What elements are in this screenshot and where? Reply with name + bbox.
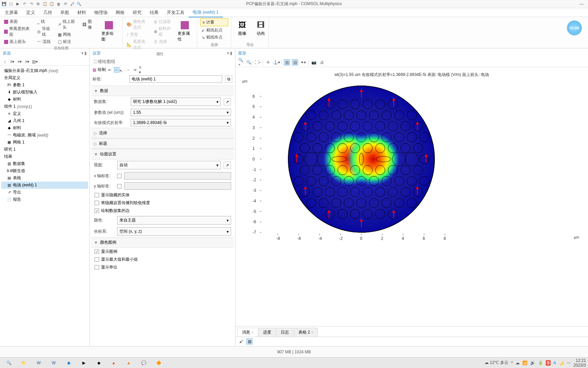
taskbar-wechat[interactable]: 💬	[137, 358, 150, 368]
xlabel-input[interactable]	[124, 172, 231, 180]
bottom-tab[interactable]: 进度	[259, 328, 276, 337]
label-input[interactable]	[129, 75, 222, 83]
edges-check[interactable]	[95, 209, 99, 213]
tree-item[interactable]: 📄报告	[1, 196, 88, 203]
select-item[interactable]: ☰选择	[152, 39, 173, 45]
unit-check[interactable]	[95, 265, 99, 270]
legend-section[interactable]: ▼颜色图例	[91, 237, 234, 248]
ribbon-tab-7[interactable]: 研究	[129, 8, 146, 17]
box-icon[interactable]: ▢	[8, 1, 14, 7]
arrow-prev-icon[interactable]: ←	[114, 67, 119, 73]
refresh-icon[interactable]: ⟳	[63, 1, 68, 7]
tray-speaker-icon[interactable]: 🔊	[530, 361, 535, 365]
annotation-item[interactable]: ▢标注	[56, 39, 79, 45]
view-go-button[interactable]: ↗	[224, 162, 231, 169]
tray-ime-icon[interactable]: S	[546, 360, 551, 366]
tree-item[interactable]: ◢几何 1	[1, 117, 88, 124]
xlabel-check[interactable]	[117, 174, 121, 178]
zoom-in-icon[interactable]: 🔍+	[238, 59, 244, 65]
propagate-check[interactable]	[95, 201, 99, 205]
zoom-icon[interactable]: 🔍	[76, 1, 82, 7]
surface-arrow-item[interactable]: 面上箭头	[3, 39, 34, 45]
param-select[interactable]: 1.55▾	[131, 109, 231, 116]
tree-item[interactable]: Pi参数 1	[1, 81, 88, 89]
title-section[interactable]: ▷标题	[91, 138, 234, 149]
label-go-button[interactable]: ⧉	[225, 75, 232, 83]
camera-icon[interactable]: 📷	[311, 59, 317, 65]
data-section[interactable]: ▼数据	[91, 86, 234, 96]
ylabel-check[interactable]	[117, 184, 121, 188]
arrow-last-icon[interactable]: ⇥	[132, 67, 137, 73]
colorexpr-item[interactable]: 🎨颜色表达式	[125, 18, 150, 31]
clock[interactable]: 12:21 2023/3	[573, 358, 586, 368]
plot-area[interactable]: wl(3)=1.55 um 有效模式折射率=1.3699-2.8934E-5i …	[235, 67, 588, 326]
tray-moon-icon[interactable]: 🌙	[559, 361, 564, 365]
line-arrow-item[interactable]: ↗线上箭头	[56, 18, 79, 31]
cutline-start-item[interactable]: ↙截线起点	[200, 27, 228, 33]
tree-item[interactable]: ◆材料	[1, 96, 88, 103]
taskbar-matlab[interactable]: ▲	[122, 358, 135, 368]
zoom-out-icon[interactable]: 🔍-	[246, 59, 252, 65]
ribbon-tab-2[interactable]: 几何	[39, 8, 56, 17]
line-style-icon[interactable]: ≡ ▾	[139, 67, 144, 73]
more-plots-button[interactable]: 更多绘图	[99, 18, 119, 45]
arrow-next-icon[interactable]: →	[125, 67, 131, 73]
filter-icon[interactable]: ≡▾	[24, 59, 30, 64]
filter-item[interactable]: ⊞过滤器	[152, 18, 173, 25]
neff-select[interactable]: 1.3699-2.8934E-5i▾	[131, 119, 231, 126]
tree-item[interactable]: ◆材料	[1, 124, 88, 132]
color-select[interactable]: 来自主题▾	[117, 216, 231, 225]
ribbon-tab-5[interactable]: 物理场	[90, 8, 112, 17]
ribbon-tab-3[interactable]: 草图	[56, 8, 73, 17]
weather-widget[interactable]: ☁ 12°C 多云	[485, 360, 508, 366]
crosshair-icon[interactable]: ✛	[265, 59, 271, 65]
ribbon-tab-9[interactable]: 开发工具	[163, 8, 189, 17]
tree-item[interactable]: 组件 1 (comp1)	[1, 103, 88, 110]
tree-item[interactable]: ⬇默认模型输入	[1, 89, 88, 96]
tree-item[interactable]: ▤表格	[1, 174, 88, 182]
plot-button[interactable]: 绘制	[98, 67, 106, 73]
plot-icon[interactable]: ▦	[93, 67, 96, 72]
view2-icon[interactable]: ▤	[292, 59, 298, 65]
expand-icon[interactable]: ≡▾	[10, 59, 15, 64]
tree-root[interactable]: 偏振分束器-石文娟.mph (root)	[1, 67, 88, 74]
model-tree[interactable]: 偏振分束器-石文娟.mph (root) 全局定义Pi参数 1⬇默认模型输入◆材…	[0, 66, 89, 346]
cutline-end-item[interactable]: ↘截线终点	[200, 34, 228, 41]
tray-wifi-icon[interactable]: 📶	[522, 361, 527, 365]
collapse-icon[interactable]: ≡▾	[17, 59, 22, 64]
ribbon-tab-1[interactable]: 定义	[22, 8, 39, 17]
arrow-first-icon[interactable]: ⇤	[107, 67, 113, 73]
table-icon[interactable]: ▦	[246, 338, 252, 344]
view1-icon[interactable]: ▥	[284, 59, 290, 65]
dataset-go-button[interactable]: ↗	[224, 98, 231, 106]
ribbon-tab-0[interactable]: 主屏幕	[1, 8, 22, 17]
coord-select[interactable]: 空间 (x, y, z)▾	[117, 227, 231, 236]
taskbar-word[interactable]: W	[32, 358, 46, 368]
bottom-tab[interactable]: 表格 2 ×	[294, 328, 318, 337]
tree-item[interactable]: 〰电磁波, 频域 (ewfd)	[1, 132, 88, 139]
matapp-item[interactable]: ⬢材料外观	[152, 26, 173, 38]
tree-item[interactable]: 8.85派生值	[1, 167, 88, 174]
brush-icon[interactable]: 🖌	[238, 338, 244, 344]
tree-item[interactable]: ↗导出	[1, 189, 88, 196]
legend-check[interactable]	[95, 249, 99, 254]
scene-light-icon[interactable]: ✦▾	[300, 59, 306, 65]
tree-item[interactable]: 研究 1	[1, 146, 88, 153]
tray-cloud-icon[interactable]: ☁	[516, 361, 520, 365]
image-item[interactable]: 🖼图像	[81, 18, 96, 31]
delete-icon[interactable]: 🗑	[56, 1, 61, 7]
panel-menu-icon[interactable]: ▾ ▮	[227, 51, 232, 56]
tree-item[interactable]: ▦网格 1	[1, 139, 88, 146]
contour-item[interactable]: ◎等值线	[36, 26, 54, 38]
tray-battery-icon[interactable]: 🔋	[538, 361, 543, 365]
compute-button[interactable]: =计算	[200, 18, 228, 26]
up-down-icon[interactable]: ↕	[2, 59, 7, 64]
paste-icon[interactable]: 📋	[42, 1, 48, 7]
save-icon[interactable]: 💾	[1, 1, 7, 7]
sort-icon[interactable]: ▤▾	[32, 59, 37, 64]
paste2-icon[interactable]: 📋	[49, 1, 54, 7]
taskbar-edge[interactable]: ◉	[62, 358, 76, 368]
tree-item[interactable]: ▥数据集	[1, 160, 88, 167]
ribbon-tab-6[interactable]: 网格	[112, 8, 129, 17]
surface-item[interactable]: 表面	[3, 18, 34, 25]
